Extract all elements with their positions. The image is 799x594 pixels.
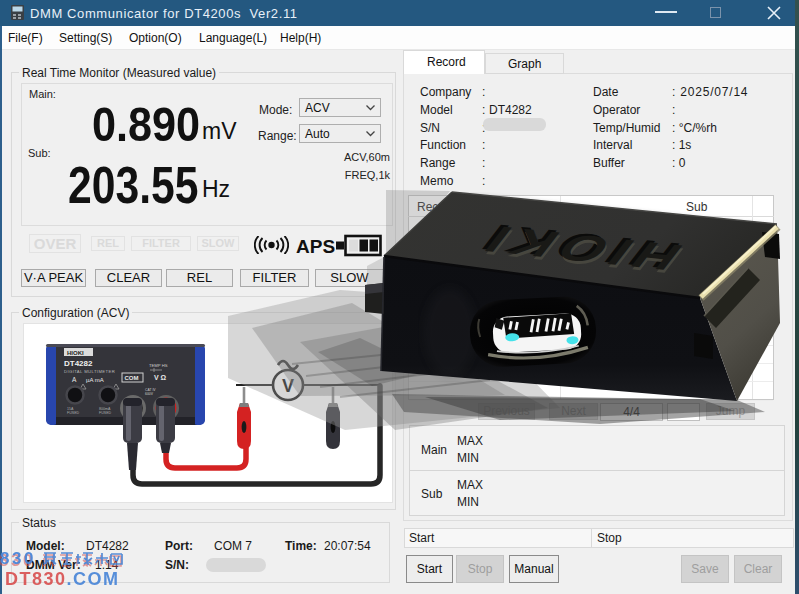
svg-text:FUSED: FUSED — [67, 411, 80, 415]
svg-text:COM: COM — [125, 375, 139, 381]
svg-text:TEMP HS: TEMP HS — [149, 363, 168, 368]
svg-text:DT4282: DT4282 — [64, 359, 93, 368]
svg-text:HIOKI: HIOKI — [67, 350, 84, 356]
svg-text:830: 830 — [0, 551, 36, 568]
svg-text:V: V — [282, 376, 294, 396]
svg-text:DIGITAL MULTIMETER: DIGITAL MULTIMETER — [64, 369, 115, 374]
svg-text:600V: 600V — [145, 392, 154, 396]
svg-text:A: A — [72, 376, 77, 383]
svg-text:µA mA: µA mA — [86, 377, 104, 383]
svg-text:FUSED: FUSED — [99, 411, 112, 415]
svg-text:V Ω: V Ω — [154, 374, 167, 381]
